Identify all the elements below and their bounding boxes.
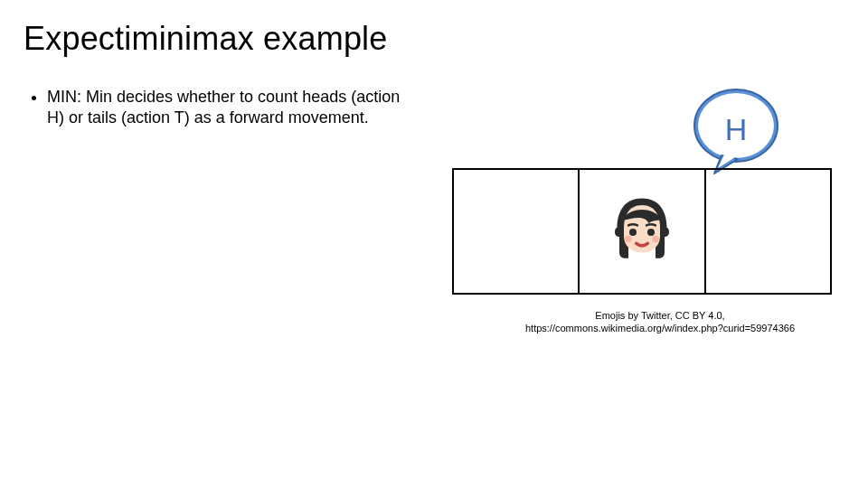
- attribution: Emojis by Twitter, CC BY 4.0, https://co…: [488, 309, 832, 335]
- svg-point-3: [647, 229, 655, 236]
- attribution-line-2: https://commons.wikimedia.org/w/index.ph…: [488, 322, 832, 334]
- page-title: Expectiminimax example: [24, 20, 388, 58]
- bullet-list: MIN: Min decides whether to count heads …: [31, 87, 410, 129]
- grid-cell-1: [454, 170, 580, 293]
- grid-row: [452, 168, 832, 295]
- attribution-line-1: Emojis by Twitter, CC BY 4.0,: [488, 309, 832, 322]
- bullet-item-min: MIN: Min decides whether to count heads …: [47, 87, 410, 129]
- speech-bubble-text: H: [687, 112, 785, 147]
- svg-point-4: [625, 236, 632, 243]
- grid-cell-3: [706, 170, 830, 293]
- svg-point-5: [652, 236, 659, 243]
- svg-point-2: [629, 229, 637, 236]
- grid-cell-2: [580, 170, 705, 293]
- woman-face-icon: [606, 193, 678, 266]
- slide: Expectiminimax example MIN: Min decides …: [0, 0, 868, 488]
